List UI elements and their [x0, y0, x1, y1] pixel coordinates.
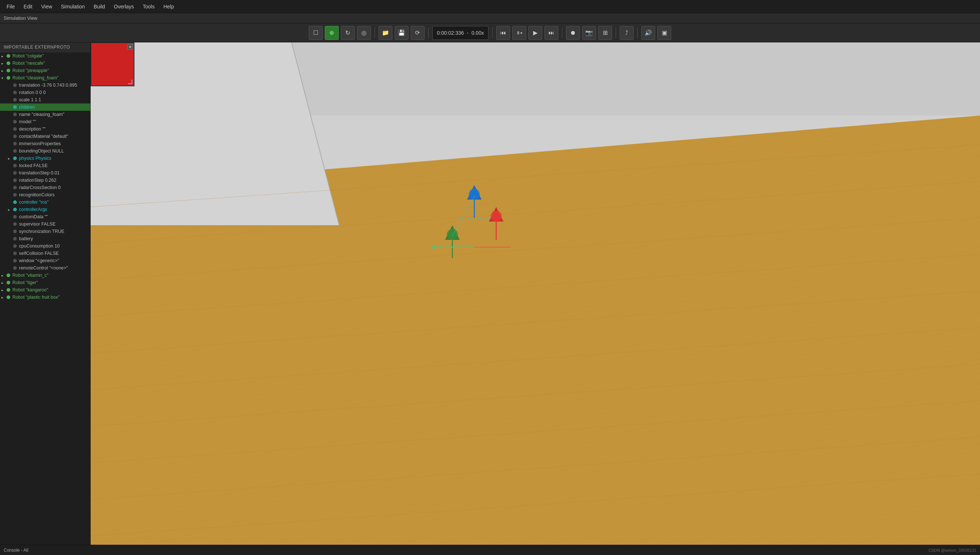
sidebar-item-controllerArgs[interactable]: ▸controllerArgs [0, 206, 90, 213]
volume-button[interactable]: 🔊 [641, 26, 655, 40]
label-selfCollision: selfCollision FALSE [19, 251, 59, 256]
dot-children [13, 105, 17, 109]
svg-point-22 [491, 210, 502, 221]
add-node-button[interactable]: ⊕ [325, 26, 339, 40]
sidebar-item-synchronization[interactable]: synchronization TRUE [0, 228, 90, 235]
sidebar-item-contactMaterial[interactable]: contactMaterial "default" [0, 133, 90, 140]
sidebar-item-controller[interactable]: controller "ros" [0, 199, 90, 206]
sidebar: IMPORTABLE EXTERNPROTO ▸Robot "colgate"▸… [0, 42, 91, 545]
expand-arrow-robot-cleasing-foam[interactable]: ▾ [2, 76, 6, 80]
menu-view[interactable]: View [38, 2, 56, 11]
sidebar-item-supervisor[interactable]: supervisor FALSE [0, 220, 90, 228]
time-display: 0:00:02:336 - 0.00x [432, 26, 489, 40]
expand-arrow-robot-plastic-fruit-box[interactable]: ▸ [2, 295, 6, 300]
dot-robot-kangaroo [6, 288, 10, 292]
expand-arrow-robot-kangaroo[interactable]: ▸ [2, 288, 6, 292]
save-button[interactable]: 💾 [395, 26, 409, 40]
label-robot-pineapple: Robot "pineapple" [13, 68, 49, 73]
share-button[interactable]: ⤴ [620, 26, 634, 40]
sidebar-item-remoteControl[interactable]: remoteControl "<none>" [0, 264, 90, 272]
label-boundingObject: boundingObject NULL [19, 148, 64, 154]
sidebar-item-physics[interactable]: ▸physics Physics [0, 155, 90, 162]
sidebar-item-description[interactable]: description "" [0, 125, 90, 133]
eye-view-button[interactable]: ◎ [357, 26, 371, 40]
menu-tools[interactable]: Tools [139, 2, 158, 11]
toolbar-separator-2 [428, 27, 428, 38]
label-robot-kangaroo: Robot "kangaroo" [13, 287, 48, 292]
sidebar-item-immersionProperties[interactable]: immersionProperties [0, 140, 90, 148]
toolbar-separator-1 [374, 27, 375, 38]
sidebar-item-robot-cleasing-foam[interactable]: ▾Robot "cleasing_foam" [0, 74, 90, 82]
sidebar-item-name[interactable]: name "cleasing_foam" [0, 111, 90, 118]
sidebar-item-translationStep[interactable]: translationStep 0.01 [0, 169, 90, 176]
sidebar-item-robot-colgate[interactable]: ▸Robot "colgate" [0, 52, 90, 59]
expand-arrow-robot-nescafe[interactable]: ▸ [2, 61, 6, 66]
sidebar-item-robot-vitamin-c[interactable]: ▸Robot "vitamin_c" [0, 272, 90, 279]
menu-edit[interactable]: Edit [20, 2, 36, 11]
viewport[interactable]: ✕ [91, 42, 980, 545]
menu-file[interactable]: File [3, 2, 19, 11]
fast-forward-button[interactable]: ⏭ [544, 26, 558, 40]
label-supervisor: supervisor FALSE [19, 221, 56, 227]
sidebar-item-window[interactable]: window "<generic>" [0, 257, 90, 264]
label-contactMaterial: contactMaterial "default" [19, 134, 68, 139]
menu-build[interactable]: Build [90, 2, 109, 11]
sidebar-item-recognitionColors[interactable]: recognitionColors [0, 191, 90, 199]
open-folder-button[interactable]: 📁 [379, 26, 392, 40]
dot-rotationStep [13, 178, 17, 182]
sidebar-item-customData[interactable]: customData "" [0, 213, 90, 220]
sidebar-item-cpuConsumption[interactable]: cpuConsumption 10 [0, 242, 90, 250]
sidebar-item-robot-nescafe[interactable]: ▸Robot "nescafe" [0, 59, 90, 67]
expand-arrow-robot-colgate[interactable]: ▸ [2, 54, 6, 58]
close-preview-button[interactable]: ✕ [127, 44, 133, 50]
grid-button[interactable]: ⊞ [598, 26, 612, 40]
sidebar-item-robot-plastic-fruit-box[interactable]: ▸Robot "plastic fruit box" [0, 294, 90, 301]
menu-simulation[interactable]: Simulation [58, 2, 88, 11]
simview-label: Simulation View [0, 13, 980, 23]
sidebar-item-children[interactable]: children [0, 103, 90, 111]
label-controllerArgs: controllerArgs [19, 207, 47, 212]
sidebar-item-battery[interactable]: battery [0, 235, 90, 242]
step-back-button[interactable]: ⏮ [496, 26, 510, 40]
expand-arrow-robot-pineapple[interactable]: ▸ [2, 69, 6, 73]
sidebar-item-robot-tiger[interactable]: ▸Robot "tiger" [0, 279, 90, 286]
play-button[interactable]: ▶ [528, 26, 542, 40]
sidebar-item-boundingObject[interactable]: boundingObject NULL [0, 148, 90, 155]
expand-arrow-physics[interactable]: ▸ [8, 157, 13, 160]
expand-arrow-controllerArgs[interactable]: ▸ [8, 208, 13, 212]
main-content: IMPORTABLE EXTERNPROTO ▸Robot "colgate"▸… [0, 42, 980, 545]
sidebar-item-scale[interactable]: scale 1 1 1 [0, 96, 90, 103]
expand-arrow-robot-vitamin-c[interactable]: ▸ [2, 273, 6, 278]
dot-physics [13, 157, 17, 160]
sidebar-item-locked[interactable]: locked FALSE [0, 162, 90, 169]
dot-robot-vitamin-c [6, 273, 10, 277]
sidebar-item-rotation[interactable]: rotation 0 0 0 [0, 89, 90, 96]
dot-customData [13, 215, 17, 219]
sidebar-item-rotationStep[interactable]: rotationStep 0.262 [0, 176, 90, 184]
expand-arrow-robot-tiger[interactable]: ▸ [2, 281, 6, 285]
menu-help[interactable]: Help [160, 2, 177, 11]
rotate-view-button[interactable]: ↻ [341, 26, 355, 40]
label-robot-nescafe: Robot "nescafe" [13, 61, 45, 66]
sidebar-item-radarCrossSection[interactable]: radarCrossSection 0 [0, 184, 90, 191]
menu-overlays[interactable]: Overlays [110, 2, 137, 11]
reset-button[interactable]: ⟳ [411, 26, 425, 40]
sidebar-item-robot-pineapple[interactable]: ▸Robot "pineapple" [0, 67, 90, 74]
label-robot-vitamin-c: Robot "vitamin_c" [13, 273, 49, 278]
screenshot-button[interactable]: 📷 [582, 26, 596, 40]
sidebar-item-translation[interactable]: translation -3.76 0.743 0.895 [0, 82, 90, 89]
label-translationStep: translationStep 0.01 [19, 170, 59, 175]
record-button[interactable]: ⏺ [566, 26, 580, 40]
sidebar-item-robot-kangaroo[interactable]: ▸Robot "kangaroo" [0, 286, 90, 294]
sidebar-item-selfCollision[interactable]: selfCollision FALSE [0, 250, 90, 257]
pause-button[interactable]: ⏸▶ [512, 26, 526, 40]
label-battery: battery [19, 236, 33, 241]
label-rotationStep: rotationStep 0.262 [19, 178, 56, 183]
display-settings-button[interactable]: ▣ [657, 26, 671, 40]
dot-recognitionColors [13, 193, 17, 197]
dot-supervisor [13, 222, 17, 226]
select-mode-button[interactable]: ☐ [309, 26, 323, 40]
label-radarCrossSection: radarCrossSection 0 [19, 185, 61, 190]
sidebar-item-model[interactable]: model "" [0, 118, 90, 125]
label-controller: controller "ros" [19, 200, 49, 205]
